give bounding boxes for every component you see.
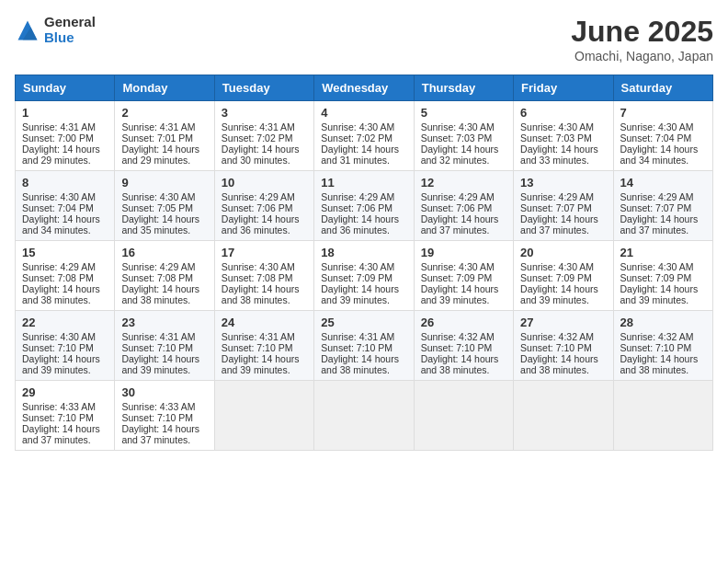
calendar-header-row: SundayMondayTuesdayWednesdayThursdayFrid… [16, 75, 713, 101]
daylight-text: Daylight: 14 hours and 39 minutes. [121, 353, 199, 375]
sunrise-text: Sunrise: 4:30 AM [22, 331, 96, 342]
sunrise-text: Sunrise: 4:29 AM [321, 191, 394, 202]
sunset-text: Sunset: 7:10 PM [121, 412, 193, 423]
sunset-text: Sunset: 7:10 PM [22, 342, 94, 353]
daylight-text: Daylight: 14 hours and 39 minutes. [222, 353, 300, 375]
sunrise-text: Sunrise: 4:29 AM [520, 191, 594, 202]
sunset-text: Sunset: 7:10 PM [22, 412, 94, 423]
daylight-text: Daylight: 14 hours and 34 minutes. [22, 213, 100, 236]
sunset-text: Sunset: 7:10 PM [520, 342, 592, 353]
daylight-text: Daylight: 14 hours and 37 minutes. [22, 423, 100, 445]
daylight-text: Daylight: 14 hours and 38 minutes. [121, 283, 199, 305]
calendar-cell: 7Sunrise: 4:30 AMSunset: 7:04 PMDaylight… [613, 101, 712, 171]
sunset-text: Sunset: 7:06 PM [321, 202, 392, 213]
sunrise-text: Sunrise: 4:31 AM [222, 121, 295, 132]
calendar-cell: 10Sunrise: 4:29 AMSunset: 7:06 PMDayligh… [214, 171, 313, 241]
day-number: 2 [121, 106, 207, 120]
daylight-text: Daylight: 14 hours and 38 minutes. [222, 283, 300, 305]
sunset-text: Sunset: 7:06 PM [421, 202, 493, 213]
day-number: 9 [121, 176, 207, 190]
sunset-text: Sunset: 7:07 PM [520, 202, 592, 213]
calendar-cell: 24Sunrise: 4:31 AMSunset: 7:10 PMDayligh… [214, 311, 313, 381]
daylight-text: Daylight: 14 hours and 37 minutes. [520, 213, 598, 236]
sunrise-text: Sunrise: 4:30 AM [520, 261, 594, 272]
sunset-text: Sunset: 7:10 PM [222, 342, 293, 353]
sunrise-text: Sunrise: 4:31 AM [121, 121, 195, 132]
day-number: 13 [520, 176, 606, 190]
daylight-text: Daylight: 14 hours and 33 minutes. [520, 144, 598, 166]
daylight-text: Daylight: 14 hours and 38 minutes. [321, 353, 399, 375]
daylight-text: Daylight: 14 hours and 38 minutes. [520, 353, 598, 375]
sunrise-text: Sunrise: 4:32 AM [620, 331, 694, 342]
sunset-text: Sunset: 7:10 PM [620, 342, 692, 353]
calendar-table: SundayMondayTuesdayWednesdayThursdayFrid… [15, 75, 713, 451]
daylight-text: Daylight: 14 hours and 37 minutes. [620, 213, 699, 236]
logo-blue-text: Blue [44, 30, 96, 46]
day-number: 10 [222, 176, 307, 190]
daylight-text: Daylight: 14 hours and 29 minutes. [22, 144, 100, 166]
daylight-text: Daylight: 14 hours and 39 minutes. [321, 283, 399, 305]
logo-icon [15, 17, 40, 43]
day-number: 20 [520, 246, 606, 259]
sunrise-text: Sunrise: 4:29 AM [22, 261, 96, 272]
day-number: 21 [620, 246, 706, 259]
daylight-text: Daylight: 14 hours and 39 minutes. [421, 283, 499, 305]
day-number: 7 [620, 106, 706, 120]
sunrise-text: Sunrise: 4:31 AM [321, 331, 394, 342]
day-number: 4 [321, 106, 406, 120]
day-number: 28 [620, 316, 706, 329]
calendar-cell: 16Sunrise: 4:29 AMSunset: 7:08 PMDayligh… [115, 241, 214, 311]
column-header-friday: Friday [514, 75, 613, 101]
calendar-cell [314, 381, 414, 451]
sunrise-text: Sunrise: 4:29 AM [121, 261, 195, 272]
day-number: 17 [222, 246, 307, 259]
title-area: June 2025 Omachi, Nagano, Japan [571, 15, 713, 63]
sunrise-text: Sunrise: 4:29 AM [421, 191, 495, 202]
calendar-cell: 23Sunrise: 4:31 AMSunset: 7:10 PMDayligh… [115, 311, 214, 381]
sunset-text: Sunset: 7:10 PM [121, 342, 193, 353]
calendar-cell: 6Sunrise: 4:30 AMSunset: 7:03 PMDaylight… [514, 101, 613, 171]
calendar-cell: 1Sunrise: 4:31 AMSunset: 7:00 PMDaylight… [16, 101, 115, 171]
calendar-cell [414, 381, 513, 451]
calendar-cell [514, 381, 613, 451]
sunrise-text: Sunrise: 4:30 AM [121, 191, 195, 202]
sunrise-text: Sunrise: 4:29 AM [620, 191, 694, 202]
logo: General Blue [15, 15, 96, 45]
day-number: 19 [421, 246, 506, 259]
sunrise-text: Sunrise: 4:30 AM [222, 261, 295, 272]
sunset-text: Sunset: 7:02 PM [321, 132, 392, 144]
day-number: 16 [121, 246, 207, 259]
day-number: 15 [22, 246, 108, 259]
calendar-cell: 17Sunrise: 4:30 AMSunset: 7:08 PMDayligh… [214, 241, 313, 311]
calendar-cell: 19Sunrise: 4:30 AMSunset: 7:09 PMDayligh… [414, 241, 513, 311]
sunrise-text: Sunrise: 4:32 AM [520, 331, 594, 342]
sunrise-text: Sunrise: 4:30 AM [620, 261, 694, 272]
day-number: 18 [321, 246, 406, 259]
calendar-week-row: 15Sunrise: 4:29 AMSunset: 7:08 PMDayligh… [16, 241, 713, 311]
day-number: 30 [121, 385, 207, 399]
calendar-week-row: 29Sunrise: 4:33 AMSunset: 7:10 PMDayligh… [16, 381, 713, 451]
calendar-cell [214, 381, 313, 451]
sunset-text: Sunset: 7:03 PM [520, 132, 592, 144]
sunset-text: Sunset: 7:01 PM [121, 132, 193, 144]
logo-general-text: General [44, 15, 96, 30]
sunset-text: Sunset: 7:10 PM [321, 342, 392, 353]
daylight-text: Daylight: 14 hours and 37 minutes. [121, 423, 199, 445]
calendar-cell: 2Sunrise: 4:31 AMSunset: 7:01 PMDaylight… [115, 101, 214, 171]
daylight-text: Daylight: 14 hours and 37 minutes. [421, 213, 499, 236]
sunrise-text: Sunrise: 4:31 AM [222, 331, 295, 342]
column-header-thursday: Thursday [414, 75, 513, 101]
sunrise-text: Sunrise: 4:31 AM [22, 121, 96, 132]
calendar-cell: 22Sunrise: 4:30 AMSunset: 7:10 PMDayligh… [16, 311, 115, 381]
sunset-text: Sunset: 7:03 PM [421, 132, 493, 144]
daylight-text: Daylight: 14 hours and 30 minutes. [222, 144, 300, 166]
sunset-text: Sunset: 7:08 PM [222, 272, 293, 283]
calendar-cell: 11Sunrise: 4:29 AMSunset: 7:06 PMDayligh… [314, 171, 414, 241]
daylight-text: Daylight: 14 hours and 35 minutes. [121, 213, 199, 236]
sunrise-text: Sunrise: 4:30 AM [421, 261, 495, 272]
daylight-text: Daylight: 14 hours and 39 minutes. [620, 283, 699, 305]
day-number: 29 [22, 385, 108, 399]
calendar-cell: 13Sunrise: 4:29 AMSunset: 7:07 PMDayligh… [514, 171, 613, 241]
day-number: 5 [421, 106, 506, 120]
daylight-text: Daylight: 14 hours and 31 minutes. [321, 144, 399, 166]
